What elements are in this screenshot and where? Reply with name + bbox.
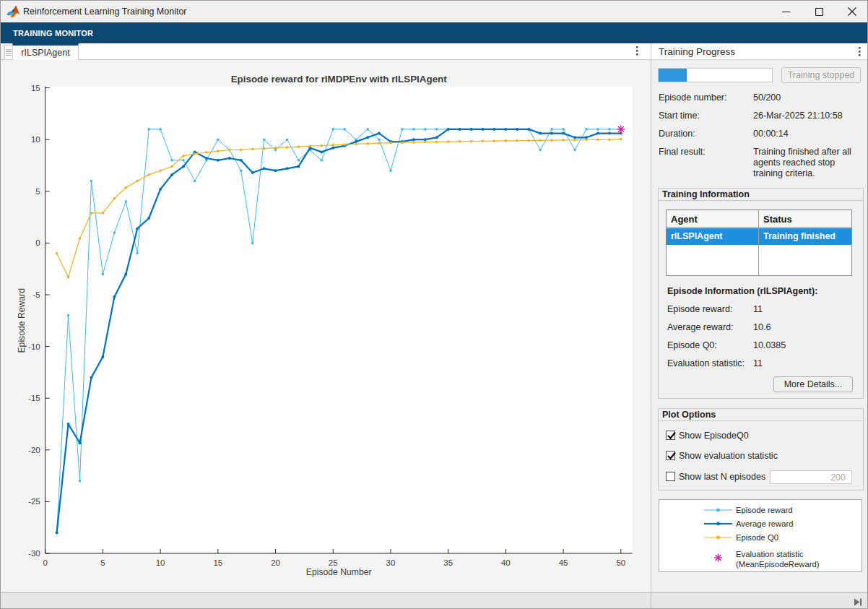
document-tab-bar: rILSPIAgent [1,43,651,60]
more-details-button[interactable]: More Details... [773,376,853,392]
episode-information-title: Episode Information (rILSPIAgent): [667,286,817,296]
window-title: Reinforcement Learning Training Monitor [23,7,187,17]
info-value: 50/200 [753,92,862,103]
episode-info-label: Episode reward: [667,304,732,314]
training-information-title: Training Information [659,189,863,201]
episode-info-row: Evaluation statistic:11 [667,358,855,368]
tab-bar-background [79,43,651,59]
svg-text:-15: -15 [28,394,40,402]
chart-legend: Episode rewardAverage rewardEpisode Q0Ev… [659,499,862,572]
svg-text:Episode Number: Episode Number [306,567,372,577]
svg-text:Episode reward: Episode reward [736,506,793,514]
table-cell-agent: rILSPIAgent [671,231,723,241]
info-value: 00:00:14 [753,129,862,139]
info-label: Final result: [659,147,706,157]
training-progress-bar [658,68,773,82]
checkbox[interactable] [666,451,675,460]
checkbox[interactable] [666,431,675,440]
table-cell-status: Training finished [763,231,836,241]
table-column-divider [758,210,759,275]
grip-icon [6,49,12,56]
svg-text:10: 10 [31,135,40,144]
vertical-dots-icon [636,46,638,56]
skip-to-end-button[interactable] [853,597,863,609]
progress-fill [659,69,687,82]
close-button[interactable] [836,1,868,22]
svg-text:0: 0 [35,238,40,247]
document-actions-button[interactable] [636,46,638,56]
maximize-button[interactable] [802,1,836,22]
window-titlebar: Reinforcement Learning Training Monitor [1,1,868,22]
table-row-selected[interactable]: rILSPIAgent Training finished [667,228,851,245]
info-value: 26-Mar-2025 21:10:58 [753,111,862,121]
tab-rilspiagent[interactable]: rILSPIAgent [12,43,79,60]
episode-info-value: 11 [753,304,763,314]
svg-text:15: 15 [31,84,40,92]
episode-info-row: Episode Q0:10.0385 [667,340,855,350]
app-window: Reinforcement Learning Training Monitor … [0,0,868,609]
status-bar-divider [651,593,651,609]
check-mark-icon [666,450,677,462]
check-mark-icon [666,430,677,441]
toolstrip-tab-training-monitor[interactable]: TRAINING MONITOR [13,29,93,38]
svg-text:5: 5 [35,187,40,196]
checkbox-label: Show evaluation statistic [679,451,778,461]
svg-text:35: 35 [443,558,453,567]
svg-text:Episode Q0: Episode Q0 [736,533,778,542]
svg-text:-5: -5 [32,290,40,299]
svg-text:-20: -20 [28,446,40,454]
panel-title: Training Progress [659,46,735,57]
episode-info-label: Evaluation statistic: [667,358,745,368]
skip-to-end-icon [853,597,863,607]
last-n-episodes-input[interactable] [770,470,852,484]
svg-text:25: 25 [329,558,338,567]
svg-text:45: 45 [559,558,568,567]
svg-text:30: 30 [386,558,396,567]
agent-status-table[interactable]: Agent Status rILSPIAgent Training finish… [666,210,852,276]
panel-header: Training Progress [651,43,868,60]
info-label: Duration: [659,129,695,139]
svg-text:Average reward: Average reward [736,519,794,528]
plot-options-title: Plot Options [659,409,863,421]
panel-actions-button[interactable] [859,46,861,57]
info-label: Episode number: [659,92,727,103]
checkbox[interactable] [666,472,675,481]
svg-text:(MeanEpisodeReward): (MeanEpisodeReward) [736,560,820,569]
info-value: Training finished after all agents reach… [753,147,862,179]
svg-text:15: 15 [213,558,222,567]
checkbox-label: Show EpisodeQ0 [679,431,749,441]
training-information-group: Training Information Agent Status rILSPI… [658,188,864,399]
tab-label: rILSPIAgent [21,48,69,58]
matlab-logo-icon [6,5,19,18]
svg-text:-10: -10 [28,342,40,351]
toolstrip-bar: TRAINING MONITOR [1,22,868,43]
svg-text:Episode Reward: Episode Reward [17,288,27,353]
info-label: Start time: [659,111,700,121]
vertical-dots-icon [859,46,861,57]
training-stopped-button[interactable]: Training stopped [781,67,861,83]
episode-info-row: Average reward:10.6 [667,322,855,332]
svg-text:Evaluation statistic: Evaluation statistic [736,550,804,558]
svg-text:40: 40 [501,558,511,567]
status-bar [1,592,868,609]
svg-text:-30: -30 [28,549,40,558]
plot-options-group: Plot Options Show EpisodeQ0Show evaluati… [658,408,864,491]
close-icon [848,7,856,16]
legend-graphics: Episode rewardAverage rewardEpisode Q0Ev… [659,500,862,571]
svg-text:-25: -25 [28,497,40,506]
svg-text:20: 20 [271,558,280,567]
episode-reward-chart[interactable]: Episode reward for rIMDPEnv with rILSPIA… [1,61,651,592]
maximize-icon [815,8,823,16]
table-header-row: Agent Status [667,210,851,228]
episode-info-label: Average reward: [667,322,734,332]
svg-text:5: 5 [100,558,105,567]
chart-document: Episode reward for rIMDPEnv with rILSPIA… [1,61,651,592]
episode-info-value: 10.0385 [753,340,786,350]
svg-text:10: 10 [156,558,165,567]
episode-info-row: Episode reward:11 [667,304,855,314]
minimize-button[interactable] [769,1,802,22]
svg-text:0: 0 [43,558,47,567]
checkbox-label: Show last N episodes [679,472,765,482]
episode-info-value: 10.6 [753,322,771,332]
svg-text:Episode reward for rIMDPEnv wi: Episode reward for rIMDPEnv with rILSPIA… [231,74,448,85]
